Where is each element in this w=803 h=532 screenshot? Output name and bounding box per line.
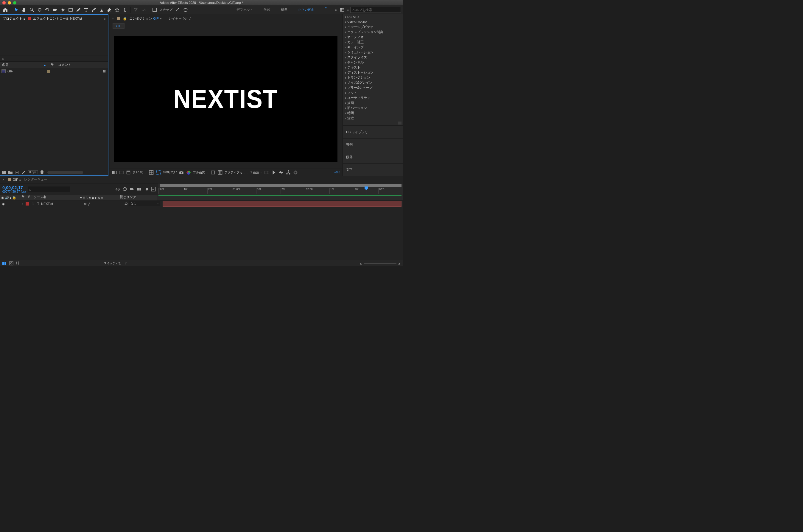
project-item[interactable]: GIF ⊞: [0, 68, 108, 74]
column-comment[interactable]: コメント: [56, 62, 108, 67]
audio-column-icon[interactable]: 🔊: [5, 196, 9, 200]
horizontal-scrollbar[interactable]: [47, 171, 83, 174]
show-channel-icon[interactable]: [186, 170, 191, 175]
exposure-value[interactable]: +0.0: [334, 171, 340, 174]
source-name-column[interactable]: ソース名: [32, 195, 80, 201]
effect-category-item[interactable]: シミュレーション: [343, 50, 403, 55]
pixel-aspect-icon[interactable]: [264, 170, 270, 175]
new-comp-icon[interactable]: [15, 170, 19, 175]
project-settings-icon[interactable]: [21, 170, 26, 175]
workspace-learn[interactable]: 学習: [261, 6, 272, 13]
close-timeline-tab-icon[interactable]: ×: [2, 178, 4, 182]
composition-canvas[interactable]: NEXTIST: [114, 36, 338, 162]
flowchart-icon[interactable]: [286, 170, 291, 175]
lock-icon[interactable]: 🔒: [123, 17, 127, 21]
views-select[interactable]: 1 画面: [250, 170, 262, 174]
graph-tool[interactable]: [140, 6, 147, 14]
toggle-modes-icon[interactable]: [9, 261, 14, 266]
effect-category-item[interactable]: RG VFX: [343, 14, 403, 19]
parent-select[interactable]: なし: [129, 201, 160, 206]
overflow-chevron-icon[interactable]: »: [334, 8, 338, 12]
roto-brush-tool[interactable]: [114, 6, 121, 14]
effect-category-item[interactable]: 描画: [343, 100, 403, 106]
effect-category-item[interactable]: トランジション: [343, 75, 403, 80]
fast-preview-icon[interactable]: [271, 170, 277, 175]
delete-icon[interactable]: [40, 170, 44, 175]
toggle-mask-icon[interactable]: [118, 170, 124, 175]
exposure-icon[interactable]: [210, 170, 216, 175]
effect-category-item[interactable]: ディストーション: [343, 70, 403, 75]
layer-label-color[interactable]: [26, 202, 29, 206]
playhead[interactable]: [366, 184, 366, 195]
graph-editor-icon[interactable]: [151, 187, 156, 192]
grid-icon[interactable]: [217, 170, 223, 175]
snapshot-icon[interactable]: [179, 170, 184, 175]
clone-stamp-tool[interactable]: [98, 6, 105, 14]
new-folder-icon[interactable]: [8, 170, 13, 175]
comp-mini-flowchart-icon[interactable]: [115, 187, 120, 192]
close-tab-icon[interactable]: ×: [112, 17, 114, 20]
rotation-tool[interactable]: [44, 6, 51, 14]
camera-select[interactable]: アクティブカ...: [225, 170, 248, 174]
layer-tab[interactable]: レイヤー (なし): [169, 16, 191, 21]
render-queue-tab[interactable]: レンダーキュー: [24, 177, 47, 182]
cc-libraries-section[interactable]: CC ライブラリ: [343, 126, 403, 138]
minimize-window-button[interactable]: [8, 1, 11, 4]
help-search-input[interactable]: [350, 7, 401, 13]
timeline-tab[interactable]: GIF ≡: [8, 178, 21, 182]
orbit-tool[interactable]: [36, 6, 43, 14]
lock-column-icon[interactable]: 🔒: [12, 196, 16, 200]
effect-category-item[interactable]: Video Copilot: [343, 19, 403, 24]
timeline-icon[interactable]: [279, 170, 284, 175]
frame-blend-icon[interactable]: [136, 187, 142, 192]
effect-category-item[interactable]: エクスプレッション制御: [343, 30, 403, 35]
composition-tab[interactable]: コンポジション GIF ≡: [129, 16, 161, 21]
layer-duration-bar[interactable]: [162, 201, 402, 207]
type-tool[interactable]: [82, 6, 90, 14]
effect-category-item[interactable]: 遠近: [343, 116, 403, 120]
workspace-default[interactable]: デフォルト: [234, 6, 255, 13]
color-depth[interactable]: 8 bpc: [28, 170, 38, 174]
expand-layer-icon[interactable]: ›: [20, 202, 24, 206]
effect-category-item[interactable]: オーディオ: [343, 35, 403, 40]
parent-column[interactable]: 親とリンク: [118, 195, 157, 201]
project-search-input[interactable]: [4, 56, 106, 61]
brush-tool[interactable]: [90, 6, 97, 14]
column-name[interactable]: 名前▲: [0, 62, 48, 67]
snap-grid-icon[interactable]: [182, 6, 189, 14]
snap-options-icon[interactable]: [174, 6, 181, 14]
interpret-footage-icon[interactable]: [1, 170, 6, 175]
composition-breadcrumb[interactable]: GIF: [113, 23, 125, 28]
effect-category-item[interactable]: ノイズ&グレイン: [343, 80, 403, 85]
effect-category-item[interactable]: マット: [343, 90, 403, 95]
effect-category-item[interactable]: キーイング: [343, 45, 403, 50]
effect-category-item[interactable]: ユーティリティ: [343, 95, 403, 100]
workspace-small[interactable]: 小さい画面: [296, 6, 317, 13]
effect-category-item[interactable]: スタイライズ: [343, 55, 403, 60]
effects-panel-menu[interactable]: [343, 120, 403, 126]
toggle-transparency-icon[interactable]: [126, 170, 131, 175]
motion-blur-icon[interactable]: [144, 187, 149, 192]
puppet-tool[interactable]: [121, 6, 128, 14]
rectangle-tool[interactable]: [67, 6, 74, 14]
maximize-window-button[interactable]: [13, 1, 16, 4]
eraser-tool[interactable]: [106, 6, 113, 14]
timeline-search[interactable]: [28, 187, 70, 192]
pan-behind-tool[interactable]: [59, 6, 66, 14]
camera-tool[interactable]: [52, 6, 59, 14]
switches-column[interactable]: ✱⚹＼fx▣◐⊙◈: [80, 195, 118, 201]
effect-category-item[interactable]: 時間: [343, 111, 403, 116]
switch-mode-label[interactable]: スイッチ / モード: [104, 261, 127, 265]
project-tab[interactable]: プロジェクト ≡: [3, 16, 25, 21]
label-column-icon[interactable]: [20, 195, 26, 201]
close-window-button[interactable]: [2, 1, 6, 4]
zoom-slider[interactable]: ▲ ▲: [359, 262, 401, 265]
mesh-tool[interactable]: [132, 6, 139, 14]
settings-icon[interactable]: [339, 6, 346, 14]
align-section[interactable]: 整列: [343, 138, 403, 151]
timeline-layer-row[interactable]: ◉ › 1 T NEXTist ⊕ ╱ なし: [0, 201, 403, 207]
snap-checkbox[interactable]: [151, 6, 158, 14]
effect-category-item[interactable]: イマーシブビデオ: [343, 24, 403, 30]
quality-select[interactable]: フル画質: [193, 170, 209, 174]
effect-category-item[interactable]: チャンネル: [343, 60, 403, 65]
